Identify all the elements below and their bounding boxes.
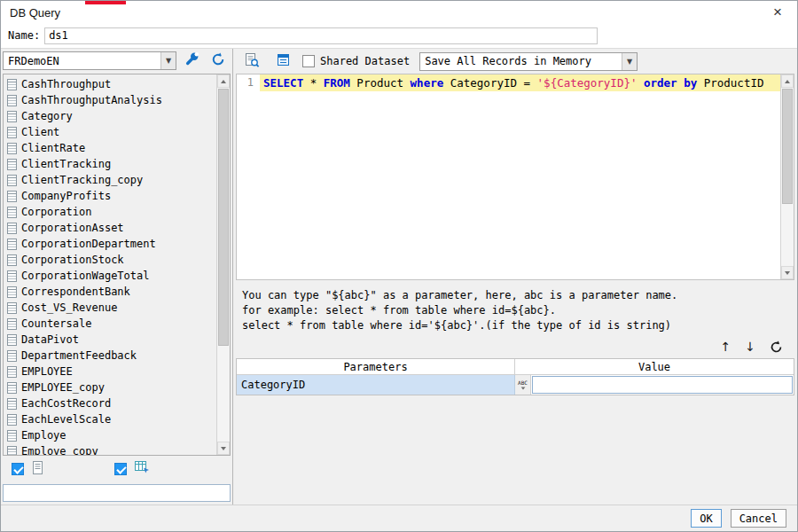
storage-mode-value: Save All Records in Memory (420, 55, 596, 67)
storage-mode-dropdown[interactable]: Save All Records in Memory ▼ (419, 52, 638, 71)
table-icon (7, 207, 17, 218)
shared-dataset-checkbox[interactable] (302, 55, 315, 67)
chevron-down-icon (520, 387, 525, 389)
connection-config-button[interactable] (180, 51, 203, 71)
table-name: ClientTracking (21, 158, 111, 170)
table-list-item[interactable]: DataPivot (4, 332, 216, 348)
edit-query-button[interactable] (271, 51, 294, 72)
table-list-item[interactable]: ClientTracking (4, 156, 216, 172)
table-icon (7, 430, 17, 442)
table-list-item[interactable]: Employe_copy (4, 443, 216, 455)
table-list-item[interactable]: CorrespondentBank (4, 284, 216, 300)
editor-scrollbar[interactable] (780, 74, 794, 279)
table-icon (7, 239, 17, 250)
table-list-item[interactable]: ClientRate (4, 140, 216, 156)
table-name: CashThroughput (21, 78, 111, 90)
table-name: CorporationWageTotal (21, 270, 150, 282)
preview-button[interactable] (240, 51, 263, 72)
scroll-down-icon[interactable] (781, 266, 794, 279)
connection-dropdown[interactable]: FRDemoEN ▼ (3, 51, 176, 70)
view-grid-icon (135, 461, 150, 477)
table-name: CorporationStock (21, 254, 124, 266)
table-list-item[interactable]: Client (4, 124, 216, 140)
view-filter-group (114, 461, 150, 477)
blue-document-icon (276, 52, 291, 70)
table-list-item[interactable]: Employe (4, 427, 216, 443)
table-list-item[interactable]: CorporationStock (4, 252, 216, 268)
table-list-item[interactable]: ClientTracking_copy (4, 172, 216, 188)
table-search-input[interactable] (3, 484, 231, 502)
preview-doc-magnifier-icon (244, 52, 260, 71)
parameter-type-selector[interactable]: ABC (515, 375, 531, 395)
parameters-table: Parameters Value CategoryID ABC (236, 358, 794, 395)
scroll-up-icon[interactable] (217, 74, 230, 88)
ok-button[interactable]: OK (691, 509, 721, 528)
table-list-item[interactable]: EachCostRecord (4, 395, 216, 411)
table-list-item[interactable]: Cost_VS_Revenue (4, 300, 216, 316)
parameter-help-text: You can type "${abc}" as a parameter, he… (233, 280, 797, 335)
scrollbar-thumb[interactable] (218, 89, 229, 346)
table-icon (7, 127, 17, 138)
table-icon (7, 382, 17, 394)
table-name: CorrespondentBank (21, 286, 130, 298)
dataset-name-input[interactable] (44, 27, 598, 44)
value-column-header: Value (515, 359, 794, 374)
move-param-down-icon[interactable]: ↓ (745, 340, 755, 353)
chevron-down-icon[interactable]: ▼ (622, 53, 637, 70)
parameter-value-input[interactable] (532, 376, 793, 394)
table-list-item[interactable]: Countersale (4, 316, 216, 332)
table-icon (7, 446, 17, 456)
scroll-up-icon[interactable] (781, 74, 794, 88)
table-name: CompanyProfits (21, 190, 111, 202)
connection-dropdown-value: FRDemoEN (4, 55, 64, 67)
table-list-item[interactable]: CompanyProfits (4, 188, 216, 204)
table-name: Client (21, 126, 59, 138)
table-name: CashThroughputAnalysis (21, 94, 162, 106)
empty-area (233, 395, 797, 505)
refresh-params-icon[interactable] (770, 340, 783, 354)
table-icon (7, 286, 17, 298)
move-param-up-icon[interactable]: ↑ (721, 340, 732, 353)
table-name: ClientTracking_copy (21, 174, 143, 186)
table-list-item[interactable]: CorporationWageTotal (4, 268, 216, 284)
refresh-tables-button[interactable] (207, 51, 230, 71)
show-tables-checkbox[interactable] (12, 463, 24, 475)
footer-bar: OK Cancel (1, 505, 797, 531)
table-list-item[interactable]: CorporationAsset (4, 220, 216, 236)
table-list-item[interactable]: DepartmentFeedback (4, 348, 216, 364)
table-icon (7, 254, 17, 266)
table-icon (7, 79, 17, 90)
table-icon (7, 334, 17, 346)
sql-code-line: SELECT * FROM Product where CategoryID =… (260, 74, 780, 91)
sql-code-area[interactable]: SELECT * FROM Product where CategoryID =… (260, 74, 780, 279)
scroll-down-icon[interactable] (217, 442, 230, 455)
sql-editor[interactable]: 1 SELECT * FROM Product where CategoryID… (236, 74, 794, 280)
table-list-scrollbar[interactable] (216, 74, 230, 455)
scrollbar-thumb[interactable] (782, 89, 793, 204)
table-list-item[interactable]: CashThroughput (4, 76, 216, 92)
table-list-item[interactable]: Category (4, 108, 216, 124)
parameters-table-header: Parameters Value (237, 359, 794, 375)
left-pane: FRDemoEN ▼ (1, 49, 233, 505)
close-icon[interactable]: × (767, 3, 788, 22)
parameter-toolbar: ↑ ↓ (233, 335, 797, 358)
table-list-item[interactable]: EachLevelScale (4, 411, 216, 427)
table-icon (7, 318, 17, 330)
parameter-name-cell[interactable]: CategoryID (237, 375, 515, 395)
chevron-down-icon[interactable]: ▼ (160, 52, 176, 69)
query-toolbar: Shared Dataset Save All Records in Memor… (233, 49, 797, 74)
table-icon (7, 302, 17, 314)
table-list-item[interactable]: Corporation (4, 204, 216, 220)
table-list-item[interactable]: EMPLOYEE_copy (4, 379, 216, 395)
table-list-item[interactable]: CashThroughputAnalysis (4, 92, 216, 108)
table-name: Cost_VS_Revenue (21, 301, 117, 314)
dialog-title: DB Query (10, 6, 60, 20)
table-list-item[interactable]: CorporationDepartment (4, 236, 216, 252)
connection-toolbar: FRDemoEN ▼ (1, 49, 232, 73)
wrench-icon (184, 51, 200, 70)
table-name: CorporationDepartment (21, 238, 156, 250)
table-name: EachCostRecord (21, 397, 111, 410)
show-views-checkbox[interactable] (114, 463, 127, 475)
table-list-item[interactable]: EMPLOYEE (4, 364, 216, 379)
cancel-button[interactable]: Cancel (731, 509, 786, 528)
